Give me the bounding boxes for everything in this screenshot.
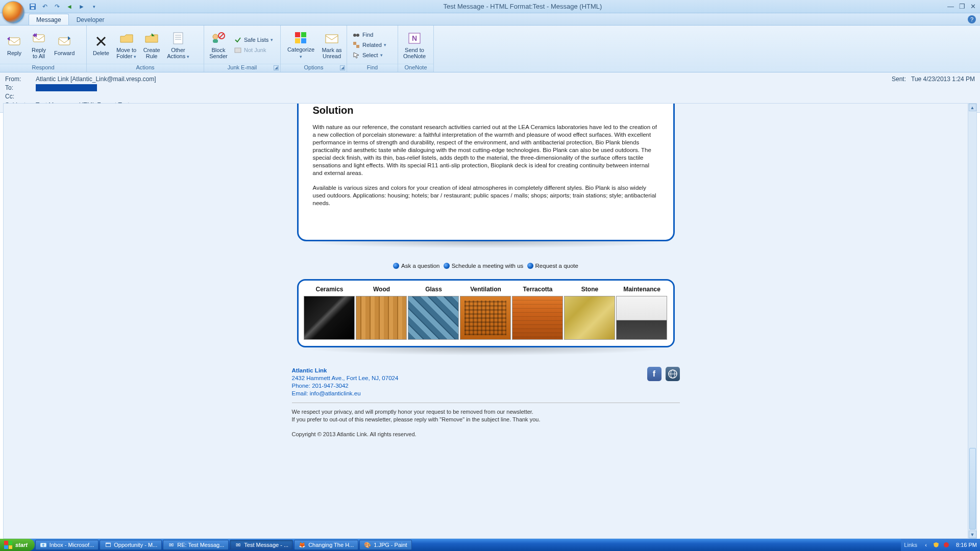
taskbar-item-inbox[interactable]: 📧Inbox - Microsof...	[35, 540, 99, 550]
junk-dialog-launcher[interactable]: ◢	[274, 65, 279, 70]
mark-unread-button[interactable]: Mark as Unread	[320, 29, 344, 60]
scroll-up-icon[interactable]: ▲	[969, 104, 976, 111]
page-icon	[170, 30, 186, 46]
save-icon[interactable]	[29, 3, 37, 11]
maximize-button[interactable]: ❐	[959, 3, 965, 10]
message-body-container: ▲ ▼ Solution With nature as our referenc…	[3, 103, 977, 539]
qat-customize-icon[interactable]: ▾	[90, 3, 98, 11]
address-line: 2432 Hammett Ave., Fort Lee, NJ, 07024	[292, 374, 399, 382]
from-label: From:	[5, 76, 36, 83]
clock[interactable]: 8:16 PM	[956, 542, 977, 548]
ribbon: Reply Reply to All Forward Respond Delet…	[0, 26, 980, 72]
category-stone: Stone	[564, 286, 616, 340]
reply-icon	[6, 33, 22, 49]
forward-icon	[56, 33, 72, 49]
glass-thumbnail[interactable]	[408, 296, 459, 340]
system-tray: Links ‹ 8:16 PM	[901, 539, 980, 551]
terracotta-thumbnail[interactable]	[512, 296, 563, 340]
select-icon	[352, 51, 360, 59]
category-ventilation: Ventilation	[460, 286, 512, 340]
svg-point-29	[944, 542, 949, 547]
other-actions-button[interactable]: Other Actions	[165, 29, 191, 61]
taskbar-item-re-test[interactable]: ✉RE: Test Messag...	[163, 540, 229, 550]
action-links: Ask a question Schedule a meeting with u…	[129, 263, 843, 270]
sent-field: Sent: Tue 4/23/2013 1:24 PM	[892, 76, 975, 83]
related-icon	[352, 41, 360, 49]
office-button[interactable]	[2, 1, 24, 23]
scroll-thumb[interactable]	[969, 448, 976, 530]
website-icon[interactable]	[666, 367, 680, 381]
taskbar-item-opportunity[interactable]: 🗔Opportunity - M...	[100, 540, 162, 550]
company-address: Atlantic Link 2432 Hammett Ave., Fort Le…	[292, 367, 399, 397]
not-junk-button[interactable]: Not Junk	[232, 45, 275, 55]
taskbar-item-paint[interactable]: 🎨1.JPG - Paint	[359, 540, 411, 550]
stone-thumbnail[interactable]	[564, 296, 615, 340]
vertical-scrollbar[interactable]: ▲ ▼	[968, 104, 976, 538]
svg-rect-6	[174, 33, 183, 44]
next-item-icon[interactable]: ►	[78, 3, 86, 11]
taskbar-item-test-message[interactable]: ✉Test Message - ...	[230, 540, 293, 550]
delete-button[interactable]: Delete	[90, 32, 112, 57]
group-find: Find Related Select Find	[347, 26, 398, 72]
group-actions: Delete Move to Folder Create Rule Other …	[87, 26, 204, 72]
envelope-icon: ✉	[167, 541, 175, 548]
svg-point-20	[353, 34, 356, 37]
rule-icon	[143, 30, 160, 46]
firefox-icon: 🦊	[299, 541, 306, 548]
prev-item-icon[interactable]: ◄	[65, 3, 74, 11]
email-link[interactable]: info@atlanticlink.eu	[310, 390, 361, 396]
email-label: Email:	[292, 390, 310, 396]
to-value-redacted	[36, 84, 97, 91]
forward-button[interactable]: Forward	[52, 32, 77, 57]
undo-icon[interactable]: ↶	[41, 3, 49, 11]
ceramics-thumbnail[interactable]	[304, 296, 355, 340]
svg-rect-18	[301, 38, 306, 43]
facebook-icon[interactable]: f	[647, 367, 662, 381]
ask-question-link[interactable]: Ask a question	[393, 263, 439, 269]
options-dialog-launcher[interactable]: ◢	[340, 65, 345, 70]
safe-lists-button[interactable]: Safe Lists	[232, 35, 275, 44]
categorize-button[interactable]: Categorize	[284, 29, 318, 61]
svg-rect-22	[353, 42, 356, 45]
tray-shield-icon[interactable]	[933, 541, 940, 548]
group-label-onenote: OneNote	[398, 64, 433, 72]
cc-label: Cc:	[5, 93, 36, 100]
help-icon[interactable]: ?	[968, 15, 976, 23]
tray-expand-icon[interactable]: ‹	[922, 541, 929, 548]
schedule-meeting-link[interactable]: Schedule a meeting with us	[444, 263, 524, 269]
svg-rect-15	[295, 32, 300, 37]
taskbar: start 📧Inbox - Microsof... 🗔Opportunity …	[0, 539, 980, 551]
taskbar-item-firefox[interactable]: 🦊Changing The H...	[294, 540, 358, 550]
minimize-button[interactable]: —	[947, 3, 954, 10]
close-button[interactable]: ✕	[970, 3, 976, 10]
block-sender-button[interactable]: Block Sender	[207, 29, 230, 60]
maintenance-thumbnail[interactable]	[616, 296, 667, 340]
scroll-down-icon[interactable]: ▼	[969, 531, 976, 538]
select-button[interactable]: Select	[350, 51, 395, 60]
start-button[interactable]: start	[0, 539, 35, 551]
block-icon	[210, 30, 227, 46]
ventilation-thumbnail[interactable]	[460, 296, 511, 340]
create-rule-button[interactable]: Create Rule	[140, 29, 163, 60]
tab-developer[interactable]: Developer	[69, 14, 112, 25]
wood-thumbnail[interactable]	[356, 296, 407, 340]
move-to-folder-button[interactable]: Move to Folder	[114, 29, 138, 61]
svg-rect-11	[213, 39, 218, 43]
related-button[interactable]: Related	[350, 40, 395, 49]
links-toolbar-label[interactable]: Links	[904, 542, 917, 548]
solution-paragraph-1: With nature as our reference, the consta…	[313, 123, 659, 177]
redo-icon[interactable]: ↷	[53, 3, 61, 11]
folder-icon	[118, 30, 135, 46]
find-button[interactable]: Find	[350, 30, 395, 39]
solution-paragraph-2: Available is various sizes and colors fo…	[313, 184, 659, 207]
category-glass: Glass	[408, 286, 460, 340]
bullet-icon	[393, 263, 399, 269]
send-to-onenote-button[interactable]: N Send to OneNote	[401, 29, 428, 60]
tray-network-icon[interactable]	[943, 541, 950, 548]
reply-all-button[interactable]: Reply to All	[28, 29, 50, 60]
request-quote-link[interactable]: Request a quote	[527, 263, 578, 269]
reply-button[interactable]: Reply	[3, 32, 26, 57]
reply-all-icon	[31, 30, 47, 46]
bullet-icon	[527, 263, 533, 269]
tab-message[interactable]: Message	[29, 14, 69, 25]
